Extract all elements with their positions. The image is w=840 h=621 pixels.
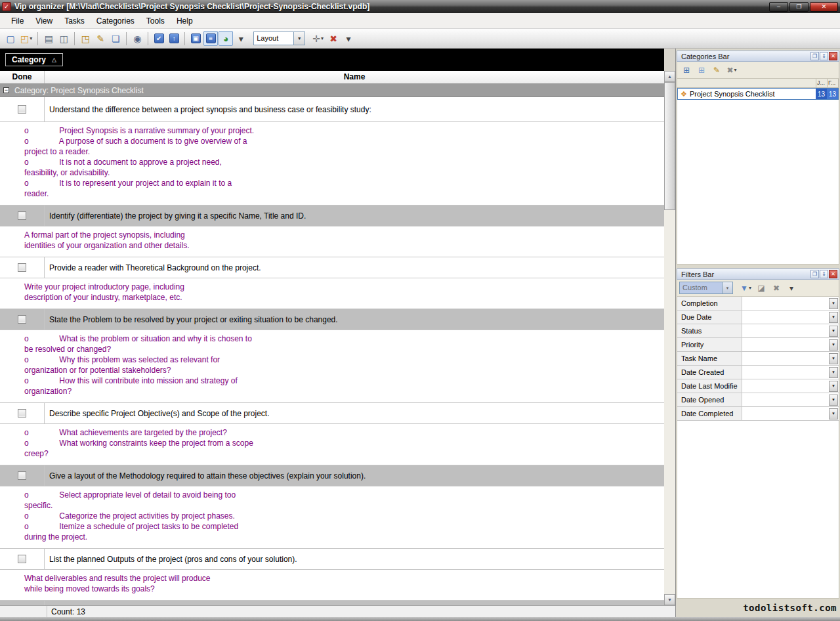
open-file-icon[interactable]: ◰▾: [18, 31, 34, 46]
duplicate-task-icon[interactable]: ❏: [108, 31, 123, 46]
menu-bar: File View Tasks Categories Tools Help: [0, 13, 840, 29]
filter-dropdown-button[interactable]: ▼: [829, 326, 838, 337]
task-row[interactable]: Identify (differentiate) the project by …: [0, 205, 664, 226]
layout-combobox[interactable]: Layout ▼: [253, 32, 305, 45]
collapse-icon[interactable]: −: [3, 87, 9, 93]
count-column-header-1[interactable]: J...: [816, 79, 828, 87]
new-file-icon[interactable]: ▢: [3, 31, 18, 46]
task-row[interactable]: Provide a reader with Theoretical Backgr…: [0, 257, 664, 278]
filter-dropdown-button[interactable]: ▼: [829, 381, 838, 392]
filter-value-cell[interactable]: ▼: [742, 338, 839, 351]
print-preview-icon[interactable]: ◫: [56, 31, 71, 46]
task-checkbox[interactable]: [18, 263, 26, 272]
filter-dropdown-button[interactable]: ▼: [829, 395, 838, 406]
delete-category-icon[interactable]: ✖▾: [724, 63, 739, 77]
task-checkbox[interactable]: [18, 409, 26, 418]
new-category-icon[interactable]: ⊞: [679, 63, 694, 77]
category-group-row[interactable]: − Category: Project Synopsis Checklist: [0, 84, 664, 97]
new-subcategory-icon[interactable]: ⊞: [694, 63, 709, 77]
panel-pin-icon[interactable]: ↧: [820, 270, 828, 278]
task-row[interactable]: Give a layout of the Methodology require…: [0, 465, 664, 486]
maximize-button[interactable]: ❐: [789, 2, 808, 12]
filter-dropdown-button[interactable]: ▼: [829, 339, 838, 351]
filter-dropdown-button[interactable]: ▼: [829, 312, 838, 323]
scroll-up-icon[interactable]: ▲: [664, 71, 675, 82]
task-name: Give a layout of the Methodology require…: [45, 465, 664, 486]
edit-task-icon[interactable]: ✎: [93, 31, 108, 46]
count-column-header-2[interactable]: Г...: [828, 79, 839, 87]
filter-value-cell[interactable]: ▼: [742, 366, 839, 379]
column-header-done[interactable]: Done: [0, 71, 45, 83]
menu-view[interactable]: View: [30, 14, 58, 28]
minimize-button[interactable]: –: [769, 2, 788, 12]
print-icon[interactable]: ▤: [41, 31, 56, 46]
task-checkbox[interactable]: [18, 555, 26, 563]
filter-preset-combobox[interactable]: Custom ▼: [679, 282, 733, 294]
filter-dropdown-button[interactable]: ▼: [829, 367, 838, 378]
close-button[interactable]: ✕: [810, 2, 838, 12]
window-title: Vip organizer [M:\Vlad\Checklists\Projec…: [14, 2, 766, 11]
panel-close-icon[interactable]: ✕: [829, 270, 837, 278]
filter-dropdown-button[interactable]: ▼: [829, 408, 838, 419]
delete-filter-icon[interactable]: ✖: [769, 281, 784, 295]
filter-value-cell[interactable]: ▼: [742, 352, 839, 365]
task-note-line: identities of your organization and othe…: [0, 240, 664, 251]
filter-value-cell[interactable]: ▼: [742, 324, 839, 337]
panel-restore-icon[interactable]: ❐: [810, 52, 819, 60]
done-cell: [0, 601, 45, 605]
filter-value-cell[interactable]: ▼: [742, 310, 839, 324]
complete-task-icon[interactable]: ✔: [152, 31, 166, 46]
scrollbar-track[interactable]: [664, 210, 675, 594]
task-row[interactable]: Describe specific Project Objective(s) a…: [0, 403, 664, 424]
filters-overflow-chevron-icon[interactable]: ▾: [784, 281, 799, 295]
chart-view-icon[interactable]: ◕: [219, 31, 233, 46]
clear-filter-icon[interactable]: ◪: [754, 281, 768, 295]
task-checkbox[interactable]: [18, 471, 26, 480]
task-row[interactable]: Understand the difference between a proj…: [0, 97, 664, 122]
task-note-row: Write your project introductory page, in…: [0, 278, 664, 309]
task-checkbox[interactable]: [18, 105, 26, 114]
add-task-icon[interactable]: ◳: [78, 31, 93, 46]
menu-help[interactable]: Help: [171, 14, 199, 28]
filter-combobox-dropdown-icon[interactable]: ▼: [723, 282, 733, 294]
task-row[interactable]: List the planned Outputs of the project …: [0, 549, 664, 570]
view-notes-icon[interactable]: ◉: [130, 31, 144, 46]
filter-dropdown-button[interactable]: ▼: [829, 298, 838, 309]
delete-layout-icon[interactable]: ✖: [326, 31, 341, 46]
filter-value-cell[interactable]: ▼: [742, 393, 839, 406]
view-options-chevron-icon[interactable]: ▾: [234, 31, 248, 46]
scroll-down-icon[interactable]: ▼: [664, 594, 675, 605]
column-header-name[interactable]: Name: [45, 71, 664, 83]
panel-restore-icon[interactable]: ❐: [810, 270, 819, 278]
checkbox-view-icon[interactable]: ▣: [188, 31, 203, 46]
task-checkbox[interactable]: [18, 211, 26, 220]
filter-dropdown-button[interactable]: ▼: [829, 353, 838, 364]
reopen-task-icon[interactable]: ↑: [167, 31, 181, 46]
vertical-scrollbar[interactable]: ▲ ▼: [664, 49, 675, 605]
filter-value-cell[interactable]: ▼: [742, 407, 839, 420]
menu-categories[interactable]: Categories: [91, 14, 140, 28]
task-note-line: specific.: [0, 500, 664, 511]
list-view-icon[interactable]: ≡: [203, 31, 218, 46]
task-note-line: o What achievements are targeted by the …: [0, 427, 664, 438]
categories-name-column-header[interactable]: [677, 79, 816, 87]
apply-filter-icon[interactable]: ▼▾: [738, 281, 753, 295]
filter-value-cell[interactable]: ▼: [742, 379, 839, 393]
menu-tasks[interactable]: Tasks: [58, 14, 91, 28]
task-row[interactable]: Review the Life Cycle of the Project: [0, 601, 664, 605]
panel-pin-icon[interactable]: ↧: [820, 52, 828, 60]
task-checkbox[interactable]: [18, 315, 26, 324]
menu-file[interactable]: File: [5, 14, 30, 28]
scrollbar-thumb[interactable]: [664, 82, 675, 210]
filter-value-cell[interactable]: ▼: [742, 297, 839, 310]
toolbar-overflow-chevron-icon[interactable]: ▾: [341, 31, 356, 46]
panel-close-icon[interactable]: ✕: [829, 52, 837, 60]
group-by-category-tab[interactable]: Category △: [5, 53, 63, 66]
task-row[interactable]: State the Problem to be resolved by your…: [0, 309, 664, 330]
edit-category-icon[interactable]: ✎: [709, 63, 724, 77]
customize-layout-icon[interactable]: ✛▾: [310, 31, 326, 46]
combobox-dropdown-icon[interactable]: ▼: [294, 32, 305, 45]
category-tree-item[interactable]: ❖ Project Synopsis Checklist 13 13: [677, 88, 839, 100]
task-name: List the planned Outputs of the project …: [45, 549, 664, 569]
menu-tools[interactable]: Tools: [140, 14, 171, 28]
